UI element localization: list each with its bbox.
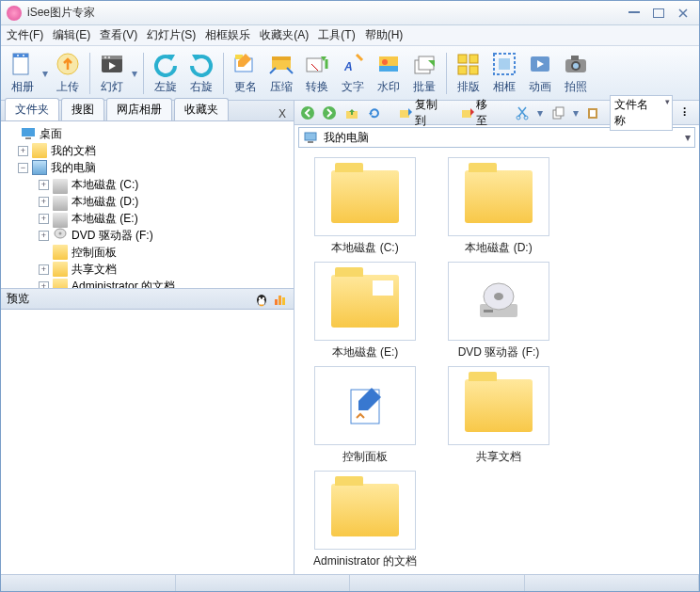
nav-refresh-button[interactable] <box>365 104 384 122</box>
thumb-item[interactable]: DVD 驱动器 (F:) <box>438 262 560 360</box>
thumb-item[interactable]: 控制面板 <box>304 366 426 465</box>
right-pane: 复制到 移至 ▾ ▾ 文件名称 ⠇ 我的电脑 ▾ 本地磁盘 (C:)本地磁盘 (… <box>294 101 699 574</box>
nav-more-button[interactable]: ⠇ <box>676 104 695 122</box>
nav-cut-dropdown[interactable]: ▾ <box>535 100 545 126</box>
tab-folder[interactable]: 文件夹 <box>5 98 59 120</box>
nav-copy-button[interactable] <box>549 104 567 122</box>
thumb-label: 控制面板 <box>342 449 388 465</box>
slide-button[interactable]: 幻灯 <box>95 49 129 98</box>
minimize-button[interactable] <box>624 7 644 20</box>
preview-title: 预览 <box>7 291 29 307</box>
tab-netalbum[interactable]: 网店相册 <box>106 98 172 120</box>
svg-rect-18 <box>307 58 322 72</box>
frame-button[interactable]: 相框 <box>487 49 521 98</box>
svg-rect-28 <box>458 66 467 74</box>
window-title: iSee图片专家 <box>27 5 620 21</box>
svg-text:A: A <box>343 60 353 73</box>
menu-fav[interactable]: 收藏夹(A) <box>260 27 309 43</box>
svg-rect-61 <box>590 110 596 117</box>
svg-rect-1 <box>654 8 664 17</box>
tree-mypc[interactable]: −我的电脑 <box>3 159 292 176</box>
thumb-label: 共享文档 <box>476 449 521 465</box>
menu-file[interactable]: 文件(F) <box>7 27 43 43</box>
tree-drive-e[interactable]: +本地磁盘 (E:) <box>3 210 292 227</box>
svg-rect-39 <box>25 137 31 139</box>
status-bar <box>1 574 699 591</box>
tree-mydoc[interactable]: +我的文档 <box>3 142 292 159</box>
album-dropdown[interactable]: ▾ <box>40 60 50 87</box>
svg-point-46 <box>262 296 264 298</box>
menu-edit[interactable]: 编辑(E) <box>53 27 90 43</box>
album-button[interactable]: 相册 <box>6 49 40 98</box>
title-bar: iSee图片专家 <box>1 1 699 25</box>
nav-moveto-button[interactable]: 移至 <box>456 97 502 129</box>
tree-drive-c[interactable]: +本地磁盘 (C:) <box>3 176 292 193</box>
thumb-label: DVD 驱动器 (F:) <box>458 344 540 360</box>
menu-frame[interactable]: 相框娱乐 <box>205 27 250 43</box>
left-tabs: 文件夹 搜图 网店相册 收藏夹 X <box>1 101 294 121</box>
nav-paste-button[interactable] <box>584 104 603 122</box>
address-dropdown-icon[interactable]: ▾ <box>685 131 691 144</box>
sort-button[interactable]: 排版 <box>452 49 485 98</box>
thumb-label: 本地磁盘 (C:) <box>331 240 398 256</box>
tree-admin-docs[interactable]: +Administrator 的文档 <box>3 278 292 289</box>
nav-copy-dropdown[interactable]: ▾ <box>571 100 581 126</box>
svg-rect-48 <box>278 296 281 305</box>
filename-dropdown[interactable]: 文件名称 <box>610 95 673 131</box>
preview-area <box>1 310 294 574</box>
watermark-button[interactable]: 水印 <box>372 49 406 98</box>
chart-icon[interactable] <box>273 292 288 307</box>
anim-button[interactable]: 动画 <box>523 49 557 98</box>
svg-point-66 <box>494 293 503 300</box>
nav-back-button[interactable] <box>298 104 317 122</box>
convert-button[interactable]: 转换 <box>300 49 334 98</box>
upload-button[interactable]: 上传 <box>51 49 85 98</box>
rotate-left-button[interactable]: 左旋 <box>149 49 183 98</box>
svg-point-4 <box>17 55 19 56</box>
nav-toolbar: 复制到 移至 ▾ ▾ 文件名称 ⠇ <box>294 101 699 125</box>
rename-button[interactable]: 更名 <box>229 49 262 98</box>
tree-drive-f[interactable]: +DVD 驱动器 (F:) <box>3 227 292 244</box>
svg-rect-27 <box>469 55 478 63</box>
tree-drive-d[interactable]: +本地磁盘 (D:) <box>3 193 292 210</box>
tree-control-panel[interactable]: 控制面板 <box>3 244 292 261</box>
tab-favorites[interactable]: 收藏夹 <box>174 98 229 120</box>
menu-slide[interactable]: 幻灯片(S) <box>147 27 196 43</box>
svg-point-41 <box>59 232 62 235</box>
left-pane: 文件夹 搜图 网店相册 收藏夹 X 桌面 +我的文档 −我的电脑 +本地磁盘 (… <box>1 101 294 574</box>
batch-button[interactable]: 批量 <box>407 49 441 98</box>
qq-icon[interactable] <box>254 292 269 307</box>
svg-rect-54 <box>400 110 409 118</box>
thumb-item[interactable]: 本地磁盘 (D:) <box>438 157 560 256</box>
svg-point-51 <box>323 106 336 120</box>
compress-button[interactable]: 压缩 <box>264 49 298 98</box>
close-button[interactable] <box>673 7 693 20</box>
nav-forward-button[interactable] <box>321 104 340 122</box>
tabs-close-button[interactable]: X <box>278 107 286 120</box>
tree-desktop[interactable]: 桌面 <box>3 125 292 142</box>
thumb-label: 本地磁盘 (E:) <box>332 344 399 360</box>
tab-search[interactable]: 搜图 <box>61 98 104 120</box>
svg-rect-62 <box>305 133 316 140</box>
rotate-right-button[interactable]: 右旋 <box>184 49 218 98</box>
nav-cut-button[interactable] <box>514 104 533 122</box>
text-button[interactable]: A文字 <box>336 49 370 98</box>
tree-shared-docs[interactable]: +共享文档 <box>3 261 292 278</box>
svg-point-45 <box>259 296 261 298</box>
maximize-button[interactable] <box>648 7 669 20</box>
address-icon <box>303 130 318 145</box>
thumb-item[interactable]: Administrator 的文档 <box>304 471 426 569</box>
menu-help[interactable]: 帮助(H) <box>365 27 404 43</box>
svg-rect-49 <box>282 297 285 305</box>
shoot-button[interactable]: 拍照 <box>559 49 593 98</box>
nav-copyto-button[interactable]: 复制到 <box>394 97 452 129</box>
svg-rect-55 <box>462 110 471 118</box>
slide-dropdown[interactable]: ▾ <box>130 60 139 87</box>
thumb-item[interactable]: 本地磁盘 (E:) <box>304 262 426 360</box>
menu-view[interactable]: 查看(V) <box>100 27 137 43</box>
thumb-item[interactable]: 共享文档 <box>438 366 560 465</box>
nav-up-button[interactable] <box>342 104 361 122</box>
menu-tools[interactable]: 工具(T) <box>318 27 355 43</box>
thumb-item[interactable]: 本地磁盘 (C:) <box>304 157 426 256</box>
svg-point-5 <box>23 55 24 56</box>
